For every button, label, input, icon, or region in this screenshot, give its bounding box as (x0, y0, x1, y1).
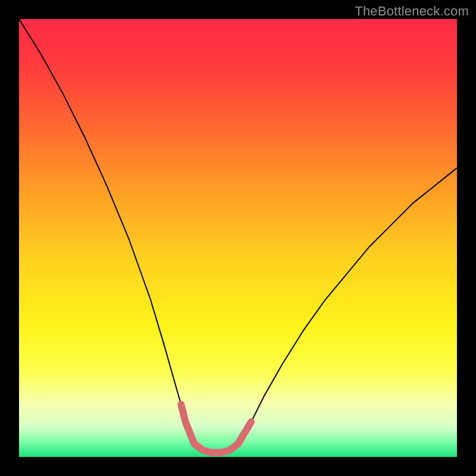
chart-frame: TheBottleneck.com (0, 0, 476, 476)
plot-background (19, 19, 457, 457)
chart-svg (0, 0, 476, 476)
